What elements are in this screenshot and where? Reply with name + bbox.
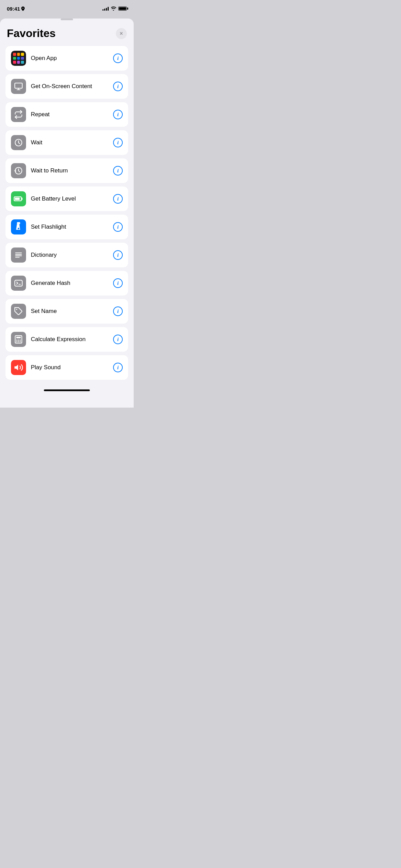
wait-icon-wrap — [11, 135, 26, 150]
svg-rect-10 — [15, 280, 22, 286]
list-item[interactable]: Wait to Return i — [5, 158, 128, 183]
monitor-icon — [14, 82, 23, 91]
info-button[interactable]: i — [113, 110, 123, 119]
speaker-icon — [14, 363, 23, 372]
list-item[interactable]: Set Name i — [5, 299, 128, 324]
bottom-bar — [0, 383, 134, 394]
info-button[interactable]: i — [113, 166, 123, 176]
list-item[interactable]: Dictionary i — [5, 243, 128, 267]
svg-point-18 — [16, 341, 17, 342]
status-bar: 09:41 — [0, 0, 134, 15]
app-grid-icon — [11, 51, 26, 66]
item-label: Get On-Screen Content — [31, 83, 113, 90]
item-label: Wait — [31, 139, 113, 146]
svg-rect-3 — [15, 198, 20, 200]
status-time: 09:41 — [7, 6, 25, 12]
info-icon: i — [117, 84, 119, 89]
info-icon: i — [117, 112, 119, 117]
item-label: Set Name — [31, 308, 113, 315]
list-icon — [14, 251, 23, 260]
calculator-icon-wrap — [11, 332, 26, 347]
generate-hash-icon-wrap — [11, 276, 26, 291]
list-item[interactable]: Repeat i — [5, 102, 128, 127]
svg-rect-0 — [15, 83, 22, 88]
svg-point-20 — [20, 341, 21, 342]
svg-point-12 — [16, 309, 17, 310]
battery-level-icon — [14, 194, 23, 204]
svg-point-5 — [18, 228, 20, 229]
home-indicator — [44, 389, 90, 391]
battery-icon — [118, 7, 127, 11]
svg-rect-14 — [16, 337, 21, 338]
info-icon: i — [117, 56, 119, 61]
list-item[interactable]: Set Flashlight i — [5, 215, 128, 239]
close-button[interactable]: × — [116, 28, 127, 39]
list-item[interactable]: Calculate Expression i — [5, 327, 128, 352]
status-right — [102, 7, 127, 11]
item-label: Generate Hash — [31, 280, 113, 287]
info-icon: i — [117, 140, 119, 145]
info-button[interactable]: i — [113, 194, 123, 204]
info-icon: i — [117, 281, 119, 286]
svg-point-17 — [20, 340, 21, 341]
info-button[interactable]: i — [113, 335, 123, 344]
list-item[interactable]: Play Sound i — [5, 355, 128, 380]
info-button[interactable]: i — [113, 363, 123, 372]
item-label: Set Flashlight — [31, 224, 113, 230]
info-button[interactable]: i — [113, 278, 123, 288]
info-icon: i — [117, 168, 119, 173]
wifi-icon — [111, 7, 116, 11]
clock-icon — [14, 138, 23, 147]
calculator-icon — [14, 335, 23, 344]
info-button[interactable]: i — [113, 222, 123, 232]
info-icon: i — [117, 225, 119, 230]
sheet: Favorites × Open App — [0, 19, 134, 408]
info-icon: i — [117, 337, 119, 342]
svg-point-19 — [18, 341, 19, 342]
info-icon: i — [117, 365, 119, 370]
item-label: Get Battery Level — [31, 195, 113, 202]
dictionary-icon-wrap — [11, 248, 26, 263]
svg-rect-4 — [17, 222, 20, 224]
battery-level-icon-wrap — [11, 191, 26, 206]
item-label: Open App — [31, 55, 113, 62]
set-name-icon-wrap — [11, 304, 26, 319]
close-icon: × — [120, 31, 123, 36]
list-item[interactable]: Get On-Screen Content i — [5, 74, 128, 99]
svg-point-16 — [18, 340, 19, 341]
info-icon: i — [117, 309, 119, 314]
item-label: Dictionary — [31, 252, 113, 258]
wait-return-icon-wrap — [11, 163, 26, 178]
play-sound-icon-wrap — [11, 360, 26, 375]
list-item[interactable]: Generate Hash i — [5, 271, 128, 296]
repeat-icon-wrap — [11, 107, 26, 122]
item-label: Calculate Expression — [31, 336, 113, 343]
signal-bars — [102, 7, 109, 11]
item-label: Repeat — [31, 111, 113, 118]
flashlight-icon-wrap — [11, 219, 26, 234]
info-button[interactable]: i — [113, 138, 123, 147]
list-item[interactable]: Open App i — [5, 46, 128, 71]
info-button[interactable]: i — [113, 250, 123, 260]
history-icon — [14, 166, 23, 175]
item-label: Play Sound — [31, 364, 113, 371]
flashlight-icon — [14, 222, 23, 232]
item-label: Wait to Return — [31, 167, 113, 174]
favorites-list: Open App i Get On-Screen Content i — [0, 43, 134, 383]
location-icon — [21, 7, 25, 11]
page-title: Favorites — [7, 27, 56, 40]
info-icon: i — [117, 253, 119, 258]
info-icon: i — [117, 196, 119, 202]
terminal-icon — [14, 279, 23, 288]
open-app-icon-wrap — [11, 51, 26, 66]
repeat-icon — [14, 110, 23, 119]
monitor-icon-wrap — [11, 79, 26, 94]
svg-point-15 — [16, 340, 17, 341]
info-button[interactable]: i — [113, 306, 123, 316]
sheet-header: Favorites × — [0, 20, 134, 43]
tag-icon — [14, 307, 23, 316]
info-button[interactable]: i — [113, 82, 123, 91]
info-button[interactable]: i — [113, 53, 123, 63]
list-item[interactable]: Get Battery Level i — [5, 186, 128, 211]
list-item[interactable]: Wait i — [5, 130, 128, 155]
